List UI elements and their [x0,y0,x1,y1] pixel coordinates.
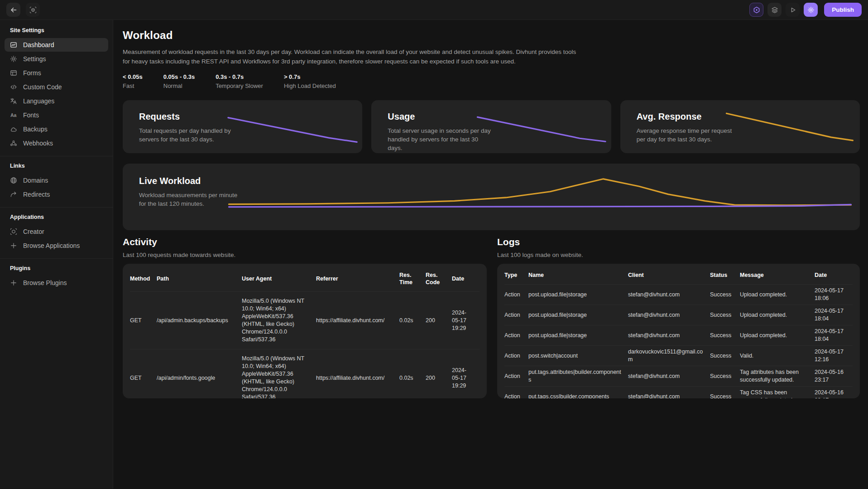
sidebar-item-fonts[interactable]: AaFonts [5,108,108,122]
topbar-right: Publish [749,3,862,17]
cell-message: Upload completed. [740,332,815,339]
stat-cards: RequestsTotal requests per day handled b… [123,100,860,153]
workload-legend-item: 0.05s - 0.3sNormal [163,73,195,89]
main-content: Workload Measurement of workload request… [113,20,868,489]
sidebar-item-settings[interactable]: Settings [5,52,108,66]
sidebar-section-title: Site Settings [0,26,113,38]
builder-settings-button[interactable] [804,3,818,17]
logs-title: Logs [497,237,860,247]
sidebar-item-webhooks[interactable]: Webhooks [5,136,108,150]
cell-date: 2024-05-17 12:16 [815,348,853,363]
live-workload-description: Workload measurements per minute for the… [139,191,238,208]
cell-client: stefan@divhunt.com [628,373,710,380]
sidebar-item-label: Browse Plugins [23,279,67,286]
sidebar-item-languages[interactable]: Languages [5,94,108,108]
legend-label: Temporary Slower [216,82,263,89]
cell-client: stefan@divhunt.com [628,291,710,299]
legend-value: > 0.7s [284,73,336,80]
column-header: Client [628,271,710,279]
sidebar-item-label: Fonts [23,111,39,119]
sidebar-item-redirects[interactable]: Redirects [5,188,108,201]
sidebar-item-custom-code[interactable]: Custom Code [5,80,108,94]
activity-table-panel: MethodPathUser AgentReferrerRes. TimeRes… [123,264,487,398]
table-row: Actionpost.upload.file|storagestefan@div… [504,305,853,325]
stat-card-description: Total server usage in seconds per day ha… [388,126,493,152]
cell-message: Upload completed. [740,291,815,299]
sidebar-item-forms[interactable]: Forms [5,66,108,80]
logs-header-row: TypeNameClientStatusMessageDate [504,265,853,284]
cell-date: 2024-05-17 19:29 [452,367,480,390]
column-header: Res. Code [426,271,452,286]
stat-card-usage: UsageTotal server usage in seconds per d… [371,100,611,153]
workload-description-line2: for heavy tasks including the REST API a… [123,58,516,65]
sidebar-section-site-settings: Site SettingsDashboardSettingsFormsCusto… [0,21,113,156]
cell-res-code: 200 [426,374,452,382]
workload-legend-item: 0.3s - 0.7sTemporary Slower [216,73,263,89]
sidebar-item-browse-plugins[interactable]: Browse Plugins [5,276,108,290]
cell-client: stefan@divhunt.com [628,311,710,319]
table-row: Actionput.tags.css|builder.componentsste… [504,386,853,398]
sidebar-item-label: Settings [23,55,46,63]
cell-method: GET [130,317,157,324]
sidebar-item-backups[interactable]: Backups [5,122,108,136]
table-row: GET/api/admin.backups/backupsMozilla/5.0… [130,291,480,349]
preview-play-button[interactable] [786,3,800,17]
cell-name: post.switch|account [528,352,628,360]
workload-legend: < 0.05sFast0.05s - 0.3sNormal0.3s - 0.7s… [123,73,860,89]
cell-path: /api/admin.backups/backups [157,317,242,324]
sidebar-item-label: Dashboard [23,41,54,48]
publish-button[interactable]: Publish [824,3,862,17]
sidebar-item-dashboard[interactable]: Dashboard [5,38,108,52]
sidebar-item-label: Creator [23,228,44,235]
cell-name: put.tags.attributes|builder.components [528,368,628,384]
stat-card-description: Total requests per day handled by server… [139,126,244,144]
topbar-left [6,3,40,17]
table-row: Actionpost.upload.file|storagestefan@div… [504,284,853,305]
cell-user-agent: Mozilla/5.0 (Windows NT 10.0; Win64; x64… [242,355,316,398]
cell-date: 2024-05-17 19:29 [452,309,480,332]
cell-date: 2024-05-16 23:17 [815,389,853,398]
sidebar-item-domains[interactable]: Domains [5,174,108,187]
creator-icon [10,228,17,235]
sidebar-item-label: Custom Code [23,83,62,91]
cell-path: /api/admin/fonts.google [157,374,242,382]
layers-icon [771,6,778,14]
sidebar-section-plugins: PluginsBrowse Plugins [0,258,113,295]
cell-message: Upload completed. [740,311,815,319]
cell-client: darkovuckovic1511@gmail.com [628,348,710,363]
component-library-button[interactable] [26,3,40,17]
activity-header-row: MethodPathUser AgentReferrerRes. TimeRes… [130,265,480,291]
languages-icon [10,97,17,105]
cell-name: put.tags.css|builder.components [528,393,628,399]
workload-description: Measurement of workload requests in the … [123,47,860,66]
cell-date: 2024-05-17 18:04 [815,328,853,343]
column-header: Referrer [316,275,399,282]
page-title: Workload [123,29,860,42]
live-workload-title: Live Workload [139,176,860,186]
cell-referrer: https://affiliate.divhunt.com/ [316,317,399,324]
hexagon-icon [753,6,760,14]
cell-type: Action [504,311,528,319]
column-header: Date [815,271,853,279]
column-header: Method [130,275,157,282]
app-hexagon-button[interactable] [749,3,763,17]
cell-status: Success [710,352,740,360]
sidebar-item-browse-applications[interactable]: Browse Applications [5,239,108,252]
fonts-icon: Aa [10,111,17,119]
legend-value: < 0.05s [123,73,143,80]
layers-button[interactable] [767,3,782,17]
cell-res-time: 0.02s [399,317,426,324]
legend-value: 0.3s - 0.7s [216,73,263,80]
gear-icon [10,55,17,63]
sidebar-item-label: Backups [23,126,48,133]
stat-card-title: Avg. Response [637,111,860,122]
back-button[interactable] [6,3,20,17]
sidebar-item-label: Webhooks [23,140,53,147]
cell-res-code: 200 [426,317,452,324]
sidebar-item-label: Forms [23,69,41,77]
play-icon [789,6,796,14]
component-scan-icon [29,6,37,14]
sidebar: Site SettingsDashboardSettingsFormsCusto… [0,20,113,489]
table-row: Actionpost.switch|accountdarkovuckovic15… [504,345,853,366]
sidebar-item-creator[interactable]: Creator [5,225,108,238]
